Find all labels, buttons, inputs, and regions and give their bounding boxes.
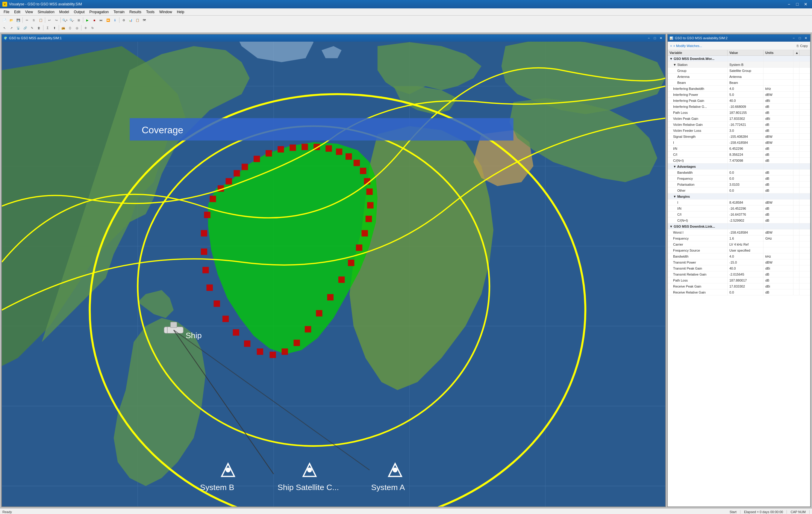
tb-copy[interactable]: ⎘ bbox=[31, 17, 37, 23]
tb-new[interactable]: 📄 bbox=[1, 17, 8, 23]
tb-map[interactable]: 🗺 bbox=[141, 17, 148, 23]
cell-extra bbox=[793, 194, 800, 199]
cell-extra bbox=[793, 170, 800, 175]
tb-edit-obj[interactable]: ✎ bbox=[29, 25, 35, 31]
tb-open[interactable]: 📂 bbox=[8, 17, 15, 23]
menu-simulation[interactable]: Simulation bbox=[35, 9, 57, 15]
tb-zoom-out[interactable]: 🔍- bbox=[68, 17, 75, 23]
cell-variable: Signal Strength bbox=[668, 134, 728, 139]
tb-select[interactable]: ↖ bbox=[1, 25, 8, 31]
cell-variable: Transmit Relative Gain bbox=[668, 272, 728, 277]
table-row: Interfering Bandwidth 4.0 kHz bbox=[668, 86, 810, 92]
menu-propagation[interactable]: Propagation bbox=[87, 9, 111, 15]
menu-terrain[interactable]: Terrain bbox=[111, 9, 127, 15]
cell-extra bbox=[793, 140, 800, 145]
svg-rect-15 bbox=[242, 164, 248, 170]
map-maximize-button[interactable]: □ bbox=[652, 36, 658, 40]
svg-text:Coverage: Coverage bbox=[142, 124, 183, 135]
cell-variable: Group bbox=[668, 68, 728, 74]
tb-zoom-in[interactable]: 🔍+ bbox=[62, 17, 68, 23]
watch-close-button[interactable]: ✕ bbox=[803, 36, 808, 40]
menu-tools[interactable]: Tools bbox=[144, 9, 157, 15]
svg-text:System B: System B bbox=[200, 483, 234, 492]
menu-model[interactable]: Model bbox=[57, 9, 71, 15]
menu-help[interactable]: Help bbox=[175, 9, 187, 15]
tb-move[interactable]: ✛ bbox=[82, 25, 89, 31]
tb-zoom-fit[interactable]: ⊞ bbox=[76, 17, 82, 23]
maximize-button[interactable]: □ bbox=[793, 1, 801, 7]
tb-save[interactable]: 💾 bbox=[15, 17, 22, 23]
menu-file[interactable]: File bbox=[1, 9, 12, 15]
table-row: I/N -16.452296 dB bbox=[668, 205, 810, 211]
world-map-svg: Ship System B Ship Satellite C... bbox=[2, 41, 665, 507]
tb-antenna[interactable]: 📻 bbox=[60, 25, 66, 31]
cell-value: 0.0 bbox=[728, 188, 763, 193]
cell-variable: ▼ Advantages bbox=[668, 164, 728, 169]
cell-variable: Path Loss bbox=[668, 110, 728, 115]
map-close-button[interactable]: ✕ bbox=[658, 36, 664, 40]
cell-extra bbox=[793, 175, 800, 181]
menu-output[interactable]: Output bbox=[71, 9, 87, 15]
svg-rect-32 bbox=[356, 245, 362, 251]
table-row: I 8.418584 dBW bbox=[668, 199, 810, 205]
cell-extra bbox=[793, 164, 800, 169]
tb-step[interactable]: ⏭ bbox=[98, 17, 105, 23]
tb-settings[interactable]: ⚙ bbox=[120, 17, 127, 23]
tb-coverage[interactable]: ◎ bbox=[74, 25, 80, 31]
tb-run[interactable]: ▶ bbox=[84, 17, 91, 23]
tb-stop[interactable]: ■ bbox=[91, 17, 97, 23]
tb-beam[interactable]: ⟨⟩ bbox=[67, 25, 74, 31]
tb-pointer[interactable]: ↗ bbox=[8, 25, 15, 31]
tb-info[interactable]: ℹ bbox=[112, 17, 118, 23]
cell-extra bbox=[793, 218, 800, 223]
watch-maximize-button[interactable]: □ bbox=[797, 36, 803, 40]
status-text: Ready bbox=[2, 510, 12, 514]
toolbar-row-1: 📄 📂 💾 ✂ ⎘ 📋 ↩ ↪ 🔍+ 🔍- ⊞ ▶ ■ ⏭ ⏩ ℹ ⚙ 📊 📋 … bbox=[1, 16, 811, 24]
tb-sigma[interactable]: Σ bbox=[44, 25, 51, 31]
tb-redo[interactable]: ↪ bbox=[53, 17, 60, 23]
tb-paste[interactable]: 📋 bbox=[37, 17, 44, 23]
modify-watches-button[interactable]: + + Modify Watches... bbox=[670, 44, 702, 48]
cell-units: dBW bbox=[763, 199, 793, 205]
cell-value: -16.643776 bbox=[728, 211, 763, 217]
tb-table[interactable]: 📋 bbox=[134, 17, 141, 23]
tb-add-link[interactable]: 🔗 bbox=[22, 25, 28, 31]
cell-value: 4.0 bbox=[728, 86, 763, 91]
cell-variable: Interfering Relative G... bbox=[668, 104, 728, 109]
tb-chart[interactable]: 📊 bbox=[127, 17, 134, 23]
watch-minimize-button[interactable]: − bbox=[791, 36, 796, 40]
menu-results[interactable]: Results bbox=[127, 9, 144, 15]
menu-edit[interactable]: Edit bbox=[12, 9, 23, 15]
menu-bar: File Edit View Simulation Model Output P… bbox=[0, 8, 812, 16]
tb-add-station[interactable]: 📡 bbox=[15, 25, 22, 31]
table-row: C/(N+I) -2.529902 dB bbox=[668, 218, 810, 224]
cell-units: dB bbox=[763, 110, 793, 115]
menu-view[interactable]: View bbox=[23, 9, 35, 15]
cell-variable: Victim Relative Gain bbox=[668, 122, 728, 127]
tb-fast-forward[interactable]: ⏩ bbox=[105, 17, 111, 23]
tb-export[interactable]: ⬆ bbox=[51, 25, 58, 31]
cell-value: Satellite Group bbox=[728, 68, 763, 74]
minimize-button[interactable]: − bbox=[785, 1, 793, 7]
tb-rotate[interactable]: ↻ bbox=[89, 25, 96, 31]
svg-rect-36 bbox=[316, 310, 322, 316]
tb-undo[interactable]: ↩ bbox=[46, 17, 53, 23]
watch-window-header: 📊 GSO to GSO MSS availability.SIM:2 − □ … bbox=[668, 34, 810, 41]
close-button[interactable]: ✕ bbox=[802, 1, 810, 7]
map-window-title-bar: 🌍 GSO to GSO MSS availability.SIM:1 − □ … bbox=[2, 34, 665, 41]
tb-cut[interactable]: ✂ bbox=[24, 17, 30, 23]
cell-extra bbox=[793, 229, 800, 235]
cell-units: dB bbox=[763, 211, 793, 217]
menu-window[interactable]: Window bbox=[157, 9, 175, 15]
tb-delete-obj[interactable]: 🗑 bbox=[36, 25, 42, 31]
cell-value: -10.668009 bbox=[728, 104, 763, 109]
cell-value: -158.418584 bbox=[728, 229, 763, 235]
cell-value: 8.418584 bbox=[728, 199, 763, 205]
cell-extra bbox=[793, 265, 800, 271]
map-minimize-button[interactable]: − bbox=[646, 36, 651, 40]
svg-rect-29 bbox=[367, 202, 373, 208]
cell-extra bbox=[793, 62, 800, 67]
copy-button[interactable]: ⎘ Copy bbox=[797, 44, 808, 48]
cell-variable: Victim Feeder Loss bbox=[668, 127, 728, 133]
cell-variable: Transmit Power bbox=[668, 259, 728, 265]
